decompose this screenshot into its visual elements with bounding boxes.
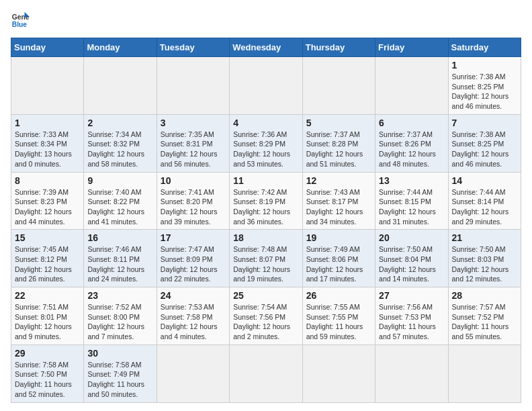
calendar-body: 1Sunrise: 7:38 AMSunset: 8:25 PMDaylight…: [11, 57, 521, 403]
calendar-day: [230, 57, 302, 115]
day-info: Sunrise: 7:58 AMSunset: 7:50 PMDaylight:…: [15, 360, 80, 400]
calendar-day: 27Sunrise: 7:56 AMSunset: 7:53 PMDayligh…: [375, 287, 448, 345]
day-info: Sunrise: 7:40 AMSunset: 8:22 PMDaylight:…: [87, 187, 152, 227]
day-info: Sunrise: 7:37 AMSunset: 8:26 PMDaylight:…: [379, 130, 444, 169]
calendar-week-2: 1Sunrise: 7:33 AMSunset: 8:34 PMDaylight…: [11, 114, 521, 172]
day-info: Sunrise: 7:45 AMSunset: 8:12 PMDaylight:…: [15, 244, 80, 284]
calendar-day: 17Sunrise: 7:47 AMSunset: 8:09 PMDayligh…: [157, 230, 229, 287]
day-info: Sunrise: 7:36 AMSunset: 8:29 PMDaylight:…: [233, 130, 298, 169]
calendar-day: [84, 57, 157, 115]
day-info: Sunrise: 7:33 AMSunset: 8:34 PMDaylight:…: [15, 130, 80, 169]
calendar-day: 4Sunrise: 7:36 AMSunset: 8:29 PMDaylight…: [230, 114, 302, 172]
day-number: 7: [452, 118, 517, 128]
day-info: Sunrise: 7:35 AMSunset: 8:31 PMDaylight:…: [161, 130, 226, 169]
day-number: 1: [452, 60, 517, 71]
day-info: Sunrise: 7:37 AMSunset: 8:28 PMDaylight:…: [306, 130, 371, 169]
day-info: Sunrise: 7:53 AMSunset: 7:58 PMDaylight:…: [161, 302, 226, 342]
page-header: General Blue: [11, 11, 521, 30]
day-info: Sunrise: 7:50 AMSunset: 8:04 PMDaylight:…: [379, 244, 444, 284]
day-number: 26: [306, 290, 371, 301]
day-header-sunday: Sunday: [11, 38, 84, 57]
day-info: Sunrise: 7:44 AMSunset: 8:14 PMDaylight:…: [452, 187, 517, 227]
calendar-day: 3Sunrise: 7:35 AMSunset: 8:31 PMDaylight…: [157, 114, 229, 172]
calendar-day: 23Sunrise: 7:52 AMSunset: 8:00 PMDayligh…: [84, 287, 157, 345]
calendar-week-6: 29Sunrise: 7:58 AMSunset: 7:50 PMDayligh…: [11, 345, 521, 402]
day-info: Sunrise: 7:44 AMSunset: 8:15 PMDaylight:…: [379, 187, 444, 227]
calendar-day: 9Sunrise: 7:40 AMSunset: 8:22 PMDaylight…: [84, 172, 157, 230]
calendar-day: 26Sunrise: 7:55 AMSunset: 7:55 PMDayligh…: [302, 287, 375, 345]
calendar-day: 8Sunrise: 7:39 AMSunset: 8:23 PMDaylight…: [11, 172, 84, 230]
calendar-day: 13Sunrise: 7:44 AMSunset: 8:15 PMDayligh…: [375, 172, 448, 230]
calendar-day: 30Sunrise: 7:58 AMSunset: 7:49 PMDayligh…: [84, 345, 157, 402]
calendar-day: 11Sunrise: 7:42 AMSunset: 8:19 PMDayligh…: [230, 172, 302, 230]
day-number: 9: [87, 175, 152, 186]
calendar-day: 12Sunrise: 7:43 AMSunset: 8:17 PMDayligh…: [302, 172, 375, 230]
calendar-day: [157, 57, 229, 115]
day-number: 27: [379, 290, 444, 301]
calendar-day: [375, 57, 448, 115]
calendar-day: 21Sunrise: 7:50 AMSunset: 8:03 PMDayligh…: [448, 230, 521, 287]
calendar-day: 15Sunrise: 7:45 AMSunset: 8:12 PMDayligh…: [11, 230, 84, 287]
day-number: 21: [452, 232, 517, 243]
day-header-wednesday: Wednesday: [230, 38, 302, 57]
day-number: 23: [87, 290, 152, 301]
day-info: Sunrise: 7:56 AMSunset: 7:53 PMDaylight:…: [379, 302, 444, 342]
day-info: Sunrise: 7:52 AMSunset: 8:00 PMDaylight:…: [87, 302, 152, 342]
day-header-saturday: Saturday: [448, 38, 521, 57]
day-number: 13: [379, 175, 444, 186]
calendar-header: SundayMondayTuesdayWednesdayThursdayFrid…: [11, 38, 521, 57]
day-number: 18: [233, 232, 298, 243]
calendar-week-3: 8Sunrise: 7:39 AMSunset: 8:23 PMDaylight…: [11, 172, 521, 230]
day-info: Sunrise: 7:48 AMSunset: 8:07 PMDaylight:…: [233, 244, 298, 284]
day-header-monday: Monday: [84, 38, 157, 57]
day-number: 1: [15, 118, 80, 128]
day-number: 25: [233, 290, 298, 301]
day-info: Sunrise: 7:55 AMSunset: 7:55 PMDaylight:…: [306, 302, 371, 342]
day-info: Sunrise: 7:41 AMSunset: 8:20 PMDaylight:…: [161, 187, 226, 227]
day-info: Sunrise: 7:54 AMSunset: 7:56 PMDaylight:…: [233, 302, 298, 342]
day-info: Sunrise: 7:38 AMSunset: 8:25 PMDaylight:…: [452, 72, 517, 111]
day-number: 6: [379, 118, 444, 128]
day-number: 19: [306, 232, 371, 243]
calendar-day: 1Sunrise: 7:38 AMSunset: 8:25 PMDaylight…: [448, 57, 521, 115]
day-number: 29: [15, 348, 80, 359]
day-info: Sunrise: 7:58 AMSunset: 7:49 PMDaylight:…: [87, 360, 152, 400]
day-header-friday: Friday: [375, 38, 448, 57]
day-info: Sunrise: 7:42 AMSunset: 8:19 PMDaylight:…: [233, 187, 298, 227]
calendar-week-1: 1Sunrise: 7:38 AMSunset: 8:25 PMDaylight…: [11, 57, 521, 115]
day-number: 14: [452, 175, 517, 186]
day-number: 12: [306, 175, 371, 186]
day-info: Sunrise: 7:51 AMSunset: 8:01 PMDaylight:…: [15, 302, 80, 342]
calendar-day: [11, 57, 84, 115]
day-info: Sunrise: 7:46 AMSunset: 8:11 PMDaylight:…: [87, 244, 152, 284]
calendar-day: 2Sunrise: 7:34 AMSunset: 8:32 PMDaylight…: [84, 114, 157, 172]
day-number: 4: [233, 118, 298, 128]
day-header-thursday: Thursday: [302, 38, 375, 57]
day-info: Sunrise: 7:49 AMSunset: 8:06 PMDaylight:…: [306, 244, 371, 284]
day-info: Sunrise: 7:43 AMSunset: 8:17 PMDaylight:…: [306, 187, 371, 227]
calendar-day: 20Sunrise: 7:50 AMSunset: 8:04 PMDayligh…: [375, 230, 448, 287]
calendar-week-4: 15Sunrise: 7:45 AMSunset: 8:12 PMDayligh…: [11, 230, 521, 287]
calendar-day: 14Sunrise: 7:44 AMSunset: 8:14 PMDayligh…: [448, 172, 521, 230]
day-number: 10: [161, 175, 226, 186]
day-number: 22: [15, 290, 80, 301]
logo: General Blue: [11, 11, 30, 30]
calendar-table: SundayMondayTuesdayWednesdayThursdayFrid…: [11, 38, 521, 403]
calendar-day: 10Sunrise: 7:41 AMSunset: 8:20 PMDayligh…: [157, 172, 229, 230]
calendar-day: 28Sunrise: 7:57 AMSunset: 7:52 PMDayligh…: [448, 287, 521, 345]
day-number: 16: [87, 232, 152, 243]
day-info: Sunrise: 7:34 AMSunset: 8:32 PMDaylight:…: [87, 130, 152, 169]
day-number: 2: [87, 118, 152, 128]
calendar-day: 24Sunrise: 7:53 AMSunset: 7:58 PMDayligh…: [157, 287, 229, 345]
day-info: Sunrise: 7:50 AMSunset: 8:03 PMDaylight:…: [452, 244, 517, 284]
calendar-day: 16Sunrise: 7:46 AMSunset: 8:11 PMDayligh…: [84, 230, 157, 287]
day-info: Sunrise: 7:39 AMSunset: 8:23 PMDaylight:…: [15, 187, 80, 227]
day-number: 30: [87, 348, 152, 359]
day-info: Sunrise: 7:57 AMSunset: 7:52 PMDaylight:…: [452, 302, 517, 342]
svg-text:Blue: Blue: [12, 21, 28, 28]
day-number: 24: [161, 290, 226, 301]
calendar-day: [157, 345, 229, 402]
day-number: 15: [15, 232, 80, 243]
day-number: 11: [233, 175, 298, 186]
calendar-day: 25Sunrise: 7:54 AMSunset: 7:56 PMDayligh…: [230, 287, 302, 345]
